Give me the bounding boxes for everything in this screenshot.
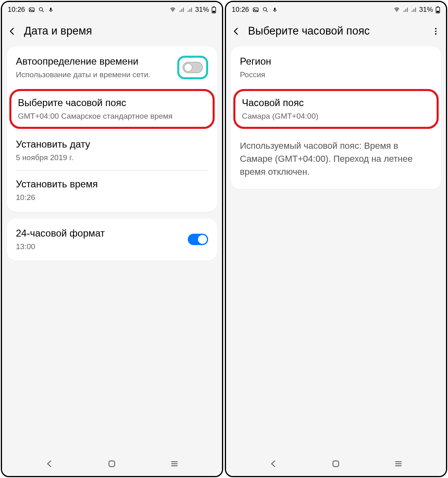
set-time-sub: 10:26 — [16, 193, 208, 203]
nav-home-button[interactable] — [331, 459, 341, 469]
nav-recent-button[interactable] — [394, 459, 403, 469]
svg-rect-15 — [437, 7, 439, 7]
svg-point-19 — [435, 33, 437, 35]
auto-time-item[interactable]: Автоопределение времени Использование да… — [7, 48, 217, 87]
svg-rect-7 — [213, 11, 215, 13]
region-sub: Россия — [240, 70, 432, 80]
select-timezone-item[interactable]: Выберите часовой пояс GMT+04:00 Самарско… — [9, 89, 215, 129]
statusbar: 10:26 31% — [2, 2, 222, 17]
battery-text: 31% — [419, 6, 433, 14]
svg-rect-8 — [109, 461, 115, 467]
phone-screen-2: 10:26 31% — [225, 1, 447, 477]
battery-icon — [211, 6, 216, 13]
mic-icon — [272, 7, 278, 13]
settings-card-2: 24-часовой формат 13:00 — [7, 218, 217, 261]
search-icon — [262, 7, 269, 13]
svg-point-4 — [172, 11, 173, 12]
svg-point-18 — [435, 30, 437, 32]
svg-point-13 — [396, 11, 397, 12]
svg-rect-20 — [333, 461, 339, 467]
nav-recent-button[interactable] — [170, 459, 179, 469]
navbar — [226, 452, 446, 476]
format24-label: 24-часовой формат — [16, 227, 184, 239]
region-label: Регион — [240, 55, 432, 67]
set-date-label: Установить дату — [16, 138, 208, 150]
battery-icon — [435, 6, 440, 13]
page-title: Выберите часовой пояс — [248, 25, 370, 37]
select-timezone-label: Выберите часовой пояс — [18, 97, 206, 109]
svg-rect-6 — [213, 7, 215, 7]
statusbar-time: 10:26 — [8, 6, 25, 14]
timezone-label: Часовой пояс — [242, 97, 430, 109]
nav-home-button[interactable] — [107, 459, 117, 469]
nav-back-button[interactable] — [45, 459, 54, 469]
statusbar: 10:26 31% — [226, 2, 446, 17]
more-options-button[interactable] — [431, 27, 440, 36]
set-time-item[interactable]: Установить время 10:26 — [7, 171, 217, 210]
format24-item[interactable]: 24-часовой формат 13:00 — [7, 220, 217, 259]
svg-point-2 — [39, 8, 42, 11]
nav-back-button[interactable] — [269, 459, 278, 469]
search-icon — [38, 7, 45, 13]
signal-icon-2 — [187, 7, 193, 13]
set-time-label: Установить время — [16, 178, 208, 190]
select-timezone-sub: GMT+04:00 Самарское стандартное время — [18, 111, 206, 122]
auto-time-label: Автоопределение времени — [16, 55, 173, 67]
svg-rect-3 — [50, 8, 52, 11]
phone-screen-1: 10:26 31% — [1, 1, 223, 477]
header: Выберите часовой пояс — [226, 17, 446, 46]
timezone-item[interactable]: Часовой пояс Самара (GMT+04:00) — [233, 89, 439, 129]
image-icon — [28, 7, 35, 13]
signal-icon — [403, 7, 409, 13]
signal-icon — [179, 7, 185, 13]
settings-card-1: Автоопределение времени Использование да… — [7, 46, 217, 212]
timezone-info: Используемый часовой пояс: Время в Самар… — [231, 130, 441, 187]
content: Автоопределение времени Использование да… — [2, 46, 222, 452]
settings-card: Регион Россия Часовой пояс Самара (GMT+0… — [231, 46, 441, 189]
battery-text: 31% — [195, 6, 209, 14]
timezone-sub: Самара (GMT+04:00) — [242, 111, 430, 122]
content: Регион Россия Часовой пояс Самара (GMT+0… — [226, 46, 446, 452]
svg-rect-16 — [437, 11, 439, 13]
format24-switch[interactable] — [188, 234, 208, 245]
svg-rect-12 — [274, 8, 276, 11]
wifi-icon — [393, 7, 400, 13]
set-date-sub: 5 ноября 2019 г. — [16, 153, 208, 163]
set-date-item[interactable]: Установить дату 5 ноября 2019 г. — [7, 131, 217, 170]
signal-icon-2 — [411, 7, 417, 13]
image-icon — [252, 7, 259, 13]
back-button[interactable] — [232, 27, 241, 36]
auto-time-sub: Использование даты и времени сети. — [16, 70, 173, 80]
region-item[interactable]: Регион Россия — [231, 48, 441, 87]
format24-sub: 13:00 — [16, 242, 184, 252]
page-title: Дата и время — [24, 25, 92, 37]
wifi-icon — [169, 7, 176, 13]
svg-point-11 — [263, 8, 266, 11]
back-button[interactable] — [8, 27, 17, 36]
auto-time-switch[interactable] — [183, 62, 203, 73]
highlight-teal — [177, 56, 208, 79]
mic-icon — [48, 7, 54, 13]
svg-point-17 — [435, 28, 437, 29]
statusbar-time: 10:26 — [232, 6, 249, 14]
header: Дата и время — [2, 17, 222, 46]
navbar — [2, 452, 222, 476]
